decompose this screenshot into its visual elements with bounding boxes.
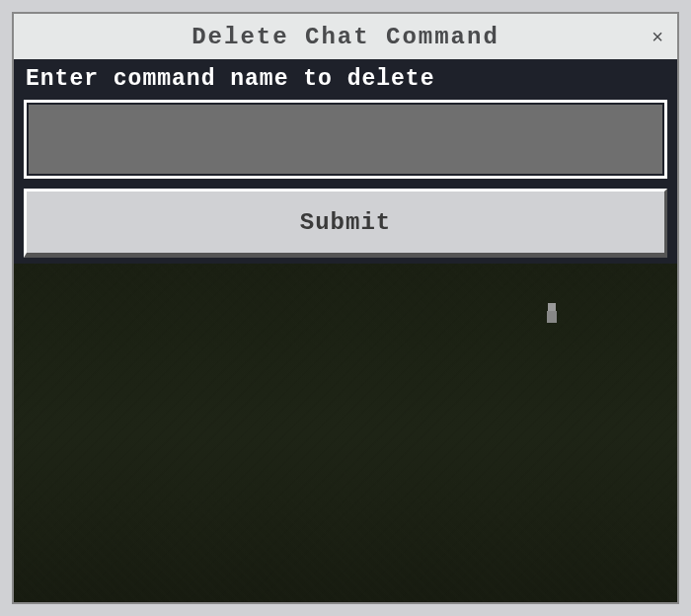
titlebar: Delete Chat Command × [14,14,677,59]
dialog-window: Delete Chat Command × Enter command name… [12,12,679,604]
input-label: Enter command name to delete [24,62,667,100]
submit-button[interactable]: Submit [24,189,667,258]
entity-sprite [545,303,559,327]
form-panel: Enter command name to delete Submit [14,59,677,264]
window-title: Delete Chat Command [192,24,499,50]
terrain-texture [14,264,677,602]
input-wrapper [24,100,667,179]
game-background [14,264,677,602]
command-name-input[interactable] [29,105,662,174]
close-icon[interactable]: × [652,26,663,48]
